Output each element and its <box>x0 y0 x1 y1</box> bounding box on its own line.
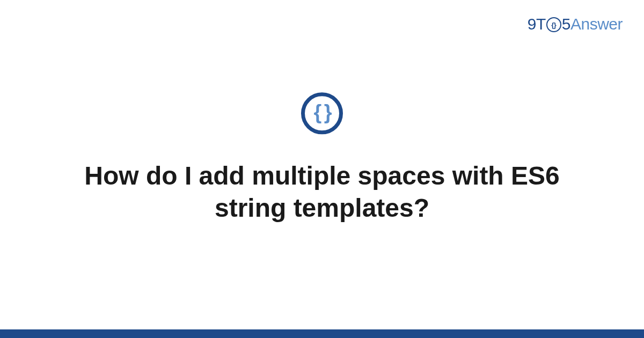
braces-glyph: { } <box>313 102 330 122</box>
logo-text-9t: 9T <box>528 15 546 33</box>
main-content: { } How do I add multiple spaces with ES… <box>0 92 644 224</box>
braces-icon: { } <box>301 92 343 134</box>
question-title: How do I add multiple spaces with ES6 st… <box>64 160 580 224</box>
logo-text-5: 5 <box>562 15 570 33</box>
logo-circle-glyph: {} <box>551 21 556 29</box>
site-logo: 9T {} 5 Answer <box>528 15 623 33</box>
logo-circle-icon: {} <box>546 17 561 32</box>
logo-text-answer: Answer <box>570 15 623 33</box>
category-icon-wrap: { } <box>301 92 343 134</box>
footer-bar <box>0 329 644 338</box>
